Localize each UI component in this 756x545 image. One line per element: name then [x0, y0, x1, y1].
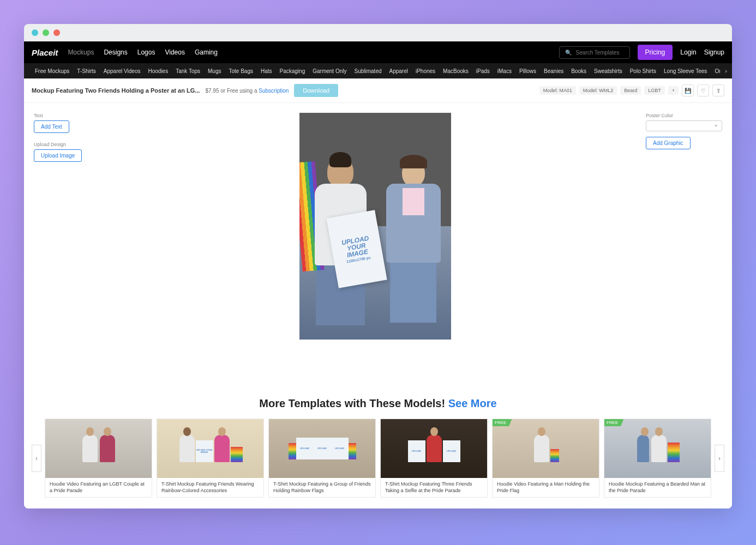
add-graphic-button[interactable]: Add Graphic: [646, 137, 691, 149]
window-max-dot[interactable]: [53, 29, 60, 36]
subnav-item[interactable]: Tote Bags: [225, 68, 256, 74]
more-templates: More Templates with These Models! See Mo…: [24, 386, 732, 508]
free-badge: FREE: [604, 419, 623, 426]
nav-mockups[interactable]: Mockups: [68, 49, 94, 56]
nav-right: 🔍 Pricing Login Signup: [559, 45, 724, 60]
title-bar: Mockup Featuring Two Friends Holding a P…: [24, 78, 732, 103]
subnav-item[interactable]: Books: [568, 68, 590, 74]
subnav-item[interactable]: Apparel: [386, 68, 411, 74]
signup-link[interactable]: Signup: [704, 49, 724, 56]
carousel: ‹ Hoodie Video Featuring an LGBT Couple …: [32, 419, 724, 498]
tag-more[interactable]: +: [668, 86, 679, 95]
subnav-item[interactable]: Sublimated: [351, 68, 385, 74]
card-thumb: [45, 419, 152, 478]
nav-videos[interactable]: Videos: [165, 49, 184, 56]
card-thumb: UPLOADUPLOADUPLOAD: [269, 419, 375, 478]
subscription-link[interactable]: Subscription: [259, 88, 289, 94]
price-value: $7.95: [205, 88, 219, 94]
subnav-item[interactable]: Long Sleeve Tees: [661, 68, 710, 74]
title-right: Model: MA01 Model: WML2 Beard LGBT + 💾 ♡…: [539, 84, 724, 96]
sub-nav: Free Mockups T-Shirts Apparel Videos Hoo…: [24, 63, 732, 78]
see-more-link[interactable]: See More: [448, 397, 497, 409]
upload-image-button[interactable]: Upload Image: [34, 149, 82, 162]
template-card[interactable]: UPLOAD YOUR IMAGE T-Shirt Mockup Featuri…: [157, 419, 264, 498]
carousel-next[interactable]: ›: [715, 445, 724, 472]
card-caption: T-Shirt Mockup Featuring Friends Wearing…: [157, 478, 263, 497]
nav-links: Mockups Designs Logos Videos Gaming: [68, 49, 218, 56]
poster-color-label: Poster Color: [646, 113, 722, 118]
template-card[interactable]: UPLOADUPLOAD T-Shirt Mockup Featuring Th…: [380, 419, 488, 498]
subnav-item[interactable]: Free Mockups: [32, 68, 73, 74]
subnav-item[interactable]: MacBooks: [440, 68, 472, 74]
search-icon: 🔍: [565, 50, 572, 56]
carousel-prev[interactable]: ‹: [32, 445, 41, 472]
card-thumb: UPLOAD YOUR IMAGE: [157, 419, 263, 478]
template-card[interactable]: FREE Hoodie Video Featuring a Man Holdin…: [492, 419, 599, 498]
card-caption: T-Shirt Mockup Featuring a Group of Frie…: [269, 478, 375, 497]
subnav-item[interactable]: Sweatshirts: [591, 68, 626, 74]
subnav-item[interactable]: Hats: [257, 68, 275, 74]
browser-chrome: [24, 24, 732, 41]
card-thumb: FREE: [493, 419, 599, 478]
subnav-item[interactable]: Mugs: [205, 68, 224, 74]
card-caption: Hoodie Mockup Featuring a Bearded Man at…: [604, 478, 711, 497]
subnav-item[interactable]: Beanies: [541, 68, 567, 74]
add-text-button[interactable]: Add Text: [34, 120, 69, 133]
template-card[interactable]: Hoodie Video Featuring an LGBT Couple at…: [45, 419, 152, 498]
template-card[interactable]: UPLOADUPLOADUPLOAD T-Shirt Mockup Featur…: [268, 419, 376, 498]
top-nav: Placeit Mockups Designs Logos Videos Gam…: [24, 41, 732, 63]
subnav-item[interactable]: Garment Only: [309, 68, 350, 74]
subnav-item[interactable]: Tank Tops: [172, 68, 203, 74]
card-caption: Hoodie Video Featuring an LGBT Couple at…: [45, 478, 152, 497]
more-title: More Templates with These Models! See Mo…: [32, 397, 724, 410]
subnav-item[interactable]: iPhones: [412, 68, 439, 74]
favorite-icon[interactable]: ♡: [697, 84, 709, 96]
card-thumb: UPLOADUPLOAD: [381, 419, 487, 478]
pricing-button[interactable]: Pricing: [638, 45, 673, 60]
upload-label: Upload Design: [34, 142, 105, 147]
download-button[interactable]: Download: [294, 84, 338, 97]
nav-designs[interactable]: Designs: [104, 49, 127, 56]
subnav-item[interactable]: Packaging: [277, 68, 309, 74]
search-box[interactable]: 🔍: [559, 46, 630, 59]
tag-badge[interactable]: LGBT: [644, 86, 665, 95]
editor-area: Text Add Text Upload Design Upload Image: [24, 103, 732, 386]
card-caption: T-Shirt Mockup Featuring Three Friends T…: [381, 478, 487, 497]
login-link[interactable]: Login: [680, 49, 696, 56]
nav-logos[interactable]: Logos: [137, 49, 155, 56]
subnav-item[interactable]: Apparel Videos: [100, 68, 144, 74]
free-badge: FREE: [493, 419, 512, 426]
tag-badge[interactable]: Model: MA01: [539, 86, 576, 95]
mockup-preview[interactable]: UPLOAD YOUR IMAGE 1100x1700 px: [299, 113, 451, 340]
content-area: Mockup Featuring Two Friends Holding a P…: [24, 78, 732, 508]
cards: Hoodie Video Featuring an LGBT Couple at…: [45, 419, 711, 498]
template-card[interactable]: FREE Hoodie Mockup Featuring a Bearded M…: [604, 419, 711, 498]
subnav-item[interactable]: Polo Shirts: [627, 68, 659, 74]
left-panel: Text Add Text Upload Design Upload Image: [34, 113, 105, 377]
right-panel: Poster Color Add Graphic: [646, 113, 722, 377]
subnav-item[interactable]: Pillows: [516, 68, 539, 74]
window-min-dot[interactable]: [43, 29, 49, 36]
subnav-item[interactable]: iPads: [473, 68, 493, 74]
tag-badge[interactable]: Beard: [620, 86, 641, 95]
tag-badge[interactable]: Model: WML2: [579, 86, 617, 95]
card-thumb: FREE: [604, 419, 711, 478]
price-suffix: or Free using a: [219, 88, 259, 94]
window-close-dot[interactable]: [32, 29, 38, 36]
share-icon[interactable]: ⇪: [712, 84, 724, 96]
mockup-title: Mockup Featuring Two Friends Holding a P…: [32, 87, 200, 94]
logo[interactable]: Placeit: [32, 48, 58, 57]
more-title-text: More Templates with These Models!: [259, 397, 448, 409]
poster-color-select[interactable]: [646, 120, 722, 131]
center-preview: UPLOAD YOUR IMAGE 1100x1700 px: [105, 113, 646, 377]
nav-gaming[interactable]: Gaming: [195, 49, 218, 56]
subnav-item[interactable]: T-Shirts: [74, 68, 99, 74]
card-caption: Hoodie Video Featuring a Man Holding the…: [493, 478, 599, 497]
save-icon[interactable]: 💾: [682, 84, 694, 96]
browser-window: Placeit Mockups Designs Logos Videos Gam…: [24, 24, 732, 508]
subnav-item[interactable]: Hoodies: [145, 68, 171, 74]
text-label: Text: [34, 113, 105, 118]
search-input[interactable]: [576, 50, 624, 56]
subnav-scroll-right[interactable]: ›: [720, 63, 732, 78]
subnav-item[interactable]: iMacs: [494, 68, 515, 74]
